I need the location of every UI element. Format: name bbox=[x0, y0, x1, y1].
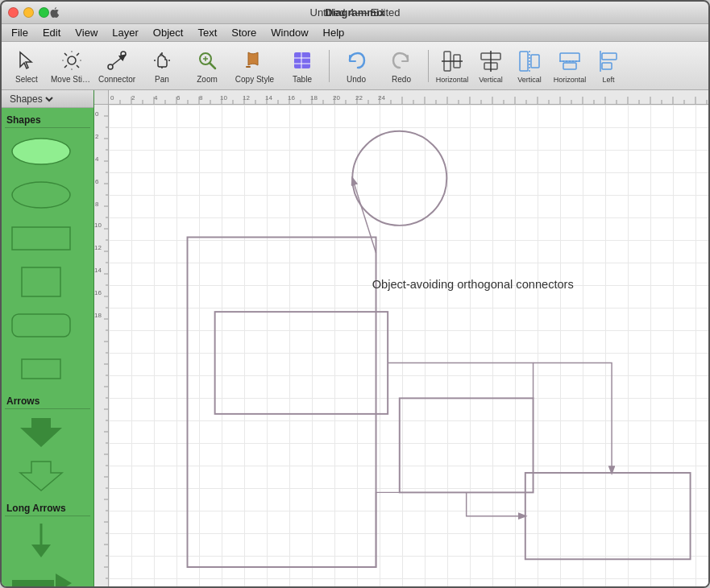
select-button[interactable]: Select bbox=[5, 44, 48, 88]
copy-style-button[interactable]: Copy Style bbox=[230, 44, 279, 88]
apple-icon bbox=[49, 7, 60, 19]
align-v1-button[interactable]: Vertical bbox=[472, 44, 509, 88]
table-button[interactable]: Table bbox=[280, 44, 324, 88]
svg-text:12: 12 bbox=[94, 244, 102, 251]
close-button[interactable] bbox=[8, 7, 19, 18]
svg-point-2 bbox=[121, 52, 126, 56]
svg-rect-17 bbox=[520, 52, 528, 71]
shape-rect-small[interactable] bbox=[5, 349, 77, 389]
ruler-vertical: 0 2 4 6 8 10 12 14 16 18 bbox=[94, 105, 109, 588]
svg-text:16: 16 bbox=[94, 289, 102, 296]
menu-help[interactable]: Help bbox=[317, 25, 351, 40]
align-h1-button[interactable]: Horizontal bbox=[434, 44, 471, 88]
svg-rect-31 bbox=[22, 359, 60, 379]
align-h1-label: Horizontal bbox=[436, 76, 469, 84]
arrows-section-label: Arrows bbox=[5, 392, 90, 409]
shape-rect-rounded[interactable] bbox=[5, 305, 77, 346]
menubar: File Edit View Layer Object Text Store W… bbox=[2, 24, 708, 42]
svg-marker-32 bbox=[20, 418, 62, 447]
redo-button[interactable]: Redo bbox=[380, 44, 423, 88]
minimize-button[interactable] bbox=[23, 7, 34, 18]
zoom-button[interactable]: Zoom bbox=[185, 44, 229, 88]
align-h1-icon bbox=[439, 48, 465, 74]
canvas-content[interactable]: Object-avoiding orthogonal connectors bbox=[109, 105, 708, 588]
shape-small-rect[interactable] bbox=[400, 398, 534, 492]
move-sticky-spot-button[interactable]: Move Sticky Spot bbox=[50, 44, 93, 88]
menu-text[interactable]: Text bbox=[191, 25, 223, 40]
shapes-dropdown[interactable]: Shapes bbox=[6, 93, 56, 106]
diagram-svg[interactable]: Object-avoiding orthogonal connectors bbox=[109, 105, 708, 588]
maximize-button[interactable] bbox=[39, 7, 49, 18]
menu-layer[interactable]: Layer bbox=[106, 25, 145, 40]
long-arrows-section-label: Long Arrows bbox=[5, 499, 90, 516]
connector-button[interactable]: Connector bbox=[95, 44, 139, 88]
svg-rect-36 bbox=[12, 580, 54, 586]
sidebar-content: Shapes bbox=[2, 108, 93, 588]
svg-rect-29 bbox=[22, 267, 60, 296]
svg-text:22: 22 bbox=[355, 94, 363, 101]
svg-text:20: 20 bbox=[333, 94, 340, 101]
shape-rect-square[interactable] bbox=[5, 262, 77, 302]
align-v2-button[interactable]: Vertical bbox=[511, 44, 548, 88]
svg-text:14: 14 bbox=[94, 267, 102, 274]
arrow-down-outline[interactable] bbox=[5, 456, 77, 496]
pan-label: Pan bbox=[155, 75, 169, 84]
select-label: Select bbox=[15, 75, 38, 84]
window-title: Untitled 4 — Edited bbox=[309, 6, 400, 19]
svg-text:8: 8 bbox=[95, 201, 99, 208]
svg-text:24: 24 bbox=[378, 94, 385, 101]
svg-text:6: 6 bbox=[176, 94, 181, 101]
align-h2-label: Horizontal bbox=[554, 76, 587, 84]
svg-rect-28 bbox=[12, 227, 70, 250]
toolbar-sep-1 bbox=[329, 50, 330, 82]
undo-icon bbox=[343, 48, 369, 73]
shape-rect-outline[interactable] bbox=[5, 218, 77, 259]
long-arrow-right[interactable] bbox=[5, 563, 77, 588]
shape-circle[interactable] bbox=[352, 131, 446, 226]
sidebar: Shapes Shapes bbox=[2, 90, 94, 588]
align-left-button[interactable]: Left bbox=[592, 44, 625, 88]
move-sticky-spot-icon bbox=[59, 48, 85, 73]
zoom-icon bbox=[194, 48, 220, 73]
connector-medium-to-small bbox=[388, 363, 533, 399]
shape-medium-rect[interactable] bbox=[215, 312, 388, 414]
shape-bottom-right-rect[interactable] bbox=[525, 473, 691, 559]
table-label: Table bbox=[293, 75, 312, 84]
shapes-section-label: Shapes bbox=[5, 111, 90, 128]
arrow-down-filled[interactable] bbox=[5, 412, 77, 453]
shape-ellipse-outline[interactable] bbox=[5, 175, 77, 215]
menu-object[interactable]: Object bbox=[147, 25, 190, 40]
titlebar: Diagrammix Untitled 4 — Edited bbox=[2, 2, 708, 24]
menu-view[interactable]: View bbox=[69, 25, 104, 40]
svg-text:0: 0 bbox=[95, 110, 99, 118]
svg-line-4 bbox=[210, 63, 215, 68]
svg-text:14: 14 bbox=[265, 94, 272, 101]
svg-text:8: 8 bbox=[199, 94, 203, 101]
menu-edit[interactable]: Edit bbox=[36, 25, 67, 40]
align-v2-icon bbox=[517, 48, 542, 74]
svg-point-26 bbox=[12, 139, 70, 164]
canvas-area[interactable]: 0 2 4 6 8 10 12 14 16 18 20 22 24 bbox=[94, 90, 708, 588]
copy-style-label: Copy Style bbox=[235, 75, 274, 84]
align-left-icon bbox=[596, 48, 621, 74]
menu-store[interactable]: Store bbox=[225, 25, 263, 40]
svg-text:12: 12 bbox=[243, 94, 250, 101]
pan-button[interactable]: Pan bbox=[140, 44, 184, 88]
menu-window[interactable]: Window bbox=[264, 25, 314, 40]
annotation-text: Object-avoiding orthogonal connectors bbox=[372, 278, 574, 291]
svg-rect-24 bbox=[602, 63, 612, 69]
svg-text:10: 10 bbox=[220, 94, 227, 101]
undo-button[interactable]: Undo bbox=[334, 44, 378, 88]
long-arrow-down[interactable] bbox=[5, 520, 77, 560]
svg-rect-20 bbox=[560, 53, 579, 61]
svg-text:4: 4 bbox=[95, 155, 99, 163]
connector-label: Connector bbox=[98, 75, 135, 84]
svg-marker-37 bbox=[56, 574, 72, 588]
shape-ellipse-filled[interactable] bbox=[5, 131, 77, 172]
align-h2-button[interactable]: Horizontal bbox=[550, 44, 590, 88]
align-v1-label: Vertical bbox=[479, 76, 503, 84]
svg-rect-18 bbox=[531, 55, 539, 68]
menu-file[interactable]: File bbox=[5, 25, 35, 40]
toolbar: Select Move Sticky Spot Connector bbox=[2, 42, 708, 90]
toolbar-sep-2 bbox=[428, 50, 429, 82]
